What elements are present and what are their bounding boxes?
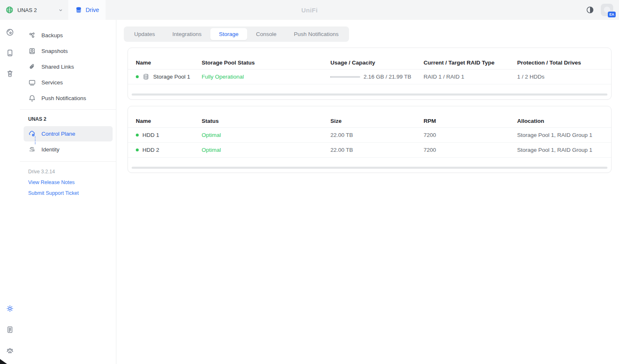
tab-storage[interactable]: Storage	[210, 28, 247, 40]
sidebar-item-services[interactable]: Services	[20, 74, 116, 90]
sidebar-section-title: UNAS 2	[20, 113, 116, 125]
database-icon	[75, 6, 82, 14]
sidebar-item-label: Snapshots	[41, 48, 68, 54]
column-header: Name	[136, 118, 202, 124]
trash-icon[interactable]	[6, 69, 14, 78]
settings-tabstrip: Updates Integrations Storage Console Pus…	[124, 26, 349, 42]
drive-size: 22.00 TB	[330, 132, 424, 138]
unifi-brand-logo: UniFi	[301, 7, 318, 14]
sidebar-item-backups[interactable]: Backups	[20, 27, 116, 43]
storage-pools-card: Name Storage Pool Status Usage / Capacit…	[128, 48, 612, 100]
tab-push-notifications[interactable]: Push Notifications	[285, 28, 347, 40]
sidebar: Backups Snapshots Shared Links Services	[20, 20, 116, 364]
usage-progress-bar	[330, 76, 360, 78]
snapshots-icon	[28, 47, 36, 55]
sidebar-item-label: Services	[41, 79, 63, 86]
sidebar-item-label: Shared Links	[41, 64, 74, 70]
tab-integrations[interactable]: Integrations	[164, 28, 210, 40]
tab-console[interactable]: Console	[247, 28, 285, 40]
theme-toggle-icon[interactable]	[585, 5, 595, 14]
sidebar-item-identity[interactable]: Identity	[20, 141, 116, 157]
monitor-icon	[28, 79, 36, 86]
sidebar-item-label: Control Plane	[41, 131, 75, 137]
drives-card: Name Status Size RPM Allocation HDD 1 Op…	[128, 106, 612, 173]
sidebar-item-push-notifications[interactable]: Push Notifications	[20, 90, 116, 106]
drive-version: Drive 3.2.14	[20, 169, 116, 175]
sidebar-item-snapshots[interactable]: Snapshots	[20, 43, 116, 59]
drive-rpm: 7200	[424, 147, 517, 153]
column-header: Status	[202, 118, 330, 124]
horizontal-scrollbar[interactable]	[132, 93, 607, 96]
backups-icon	[28, 31, 36, 39]
tab-updates[interactable]: Updates	[125, 28, 164, 40]
table-row-hdd-1[interactable]: HDD 1 Optimal 22.00 TB 7200 Storage Pool…	[128, 128, 611, 143]
status-dot	[136, 75, 139, 78]
sidebar-divider	[20, 109, 116, 110]
drive-allocation: Storage Pool 1, RAID Group 1	[517, 147, 606, 153]
console-name: UNAS 2	[17, 7, 37, 13]
status-dot	[136, 134, 139, 136]
sidebar-item-label: Push Notifications	[41, 95, 86, 101]
drive-status: Optimal	[202, 132, 330, 138]
chevron-down-icon	[58, 7, 63, 13]
sidebar-item-label: Backups	[41, 32, 63, 38]
user-avatar[interactable]: EA	[601, 4, 613, 16]
dashed-connector	[35, 136, 36, 144]
logs-icon[interactable]	[6, 326, 14, 334]
console-switcher[interactable]: UNAS 2	[0, 0, 68, 20]
early-access-badge: EA	[608, 12, 616, 17]
table-row-hdd-2[interactable]: HDD 2 Optimal 22.00 TB 7200 Storage Pool…	[128, 143, 611, 158]
drive-rpm: 7200	[424, 132, 517, 138]
main-content: Updates Integrations Storage Console Pus…	[116, 20, 619, 173]
drive-name: HDD 1	[142, 132, 159, 138]
status-dot	[136, 148, 139, 151]
topbar-right: EA	[585, 4, 619, 16]
topbar: UNAS 2 Drive UniFi EA	[0, 0, 619, 20]
drives-table-header: Name Status Size RPM Allocation	[128, 115, 611, 128]
column-header: Size	[330, 118, 424, 124]
mouse-cursor	[0, 359, 7, 364]
storage-pool-icon	[142, 73, 149, 80]
table-row-storage-pool-1[interactable]: Storage Pool 1 Fully Operational 2.16 GB…	[128, 69, 611, 84]
view-release-notes-link[interactable]: View Release Notes	[20, 180, 116, 185]
drive-size: 22.00 TB	[330, 147, 424, 153]
sidebar-item-shared-links[interactable]: Shared Links	[20, 59, 116, 74]
horizontal-scrollbar[interactable]	[132, 167, 607, 169]
bell-icon	[28, 94, 36, 102]
raid-type: RAID 1 / RAID 1	[424, 74, 517, 80]
column-header: Name	[136, 60, 202, 66]
column-header: Current / Target RAID Type	[424, 60, 517, 66]
drive-allocation: Storage Pool 1, RAID Group 1	[517, 132, 606, 138]
settings-gear-icon[interactable]	[6, 304, 14, 313]
column-header: Allocation	[517, 118, 606, 124]
fingerprint-icon	[28, 146, 36, 153]
column-header: Storage Pool Status	[202, 60, 330, 66]
icon-rail	[0, 20, 20, 364]
submit-support-ticket-link[interactable]: Submit Support Ticket	[20, 190, 116, 196]
sidebar-item-control-plane[interactable]: Control Plane	[24, 126, 113, 141]
protection-drives: 1 / 2 HDDs	[517, 74, 606, 80]
drive-app-icon[interactable]	[6, 28, 14, 36]
drive-status: Optimal	[202, 147, 330, 153]
paperclip-icon	[28, 63, 36, 71]
usage-value: 2.16 GB / 21.99 TB	[364, 74, 411, 80]
globe-icon	[5, 6, 14, 14]
pool-status: Fully Operational	[202, 74, 330, 80]
devices-icon[interactable]	[6, 49, 14, 57]
sidebar-divider	[20, 161, 116, 162]
tab-drive-app[interactable]: Drive	[68, 0, 106, 20]
users-icon[interactable]	[6, 347, 14, 355]
pools-table-header: Name Storage Pool Status Usage / Capacit…	[128, 56, 611, 69]
column-header: Usage / Capacity	[330, 60, 424, 66]
drive-name: HDD 2	[142, 147, 159, 153]
pool-name: Storage Pool 1	[153, 74, 190, 80]
sidebar-item-label: Identity	[41, 146, 60, 153]
app-tab-label: Drive	[86, 7, 99, 13]
column-header: RPM	[424, 118, 517, 124]
column-header: Protection / Total Drives	[517, 60, 606, 66]
